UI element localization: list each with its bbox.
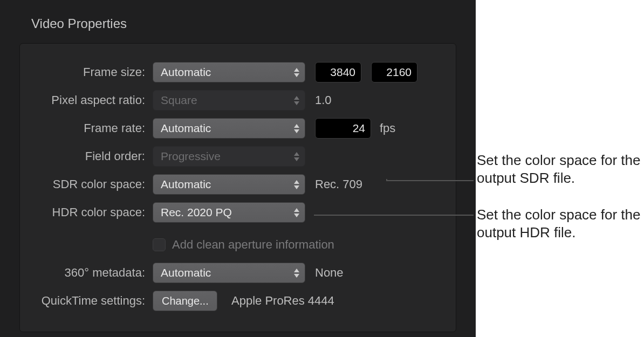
frame-rate-field[interactable]: 24 [315, 118, 371, 139]
stepper-icon [293, 150, 300, 162]
clean-aperture-label: Add clean aperture information [172, 238, 334, 252]
frame-size-popup-value: Automatic [161, 66, 211, 79]
quicktime-change-button[interactable]: Change... [153, 291, 217, 311]
clean-aperture-checkbox[interactable] [153, 238, 166, 251]
sdr-color-space-popup[interactable]: Automatic [153, 174, 305, 195]
hdr-color-space-popup[interactable]: Rec. 2020 PQ [153, 202, 305, 223]
frame-height-value: 2160 [386, 66, 412, 79]
stepper-icon [293, 94, 300, 106]
metadata-360-label: 360° metadata: [31, 266, 153, 280]
pixel-aspect-readout: 1.0 [315, 93, 332, 107]
stepper-icon [293, 66, 300, 78]
pixel-aspect-label: Pixel aspect ratio: [31, 93, 153, 107]
metadata-360-popup-value: Automatic [161, 266, 211, 279]
frame-rate-label: Frame rate: [31, 121, 153, 135]
stepper-icon [293, 122, 300, 134]
stepper-icon [293, 207, 300, 218]
frame-width-value: 3840 [330, 66, 355, 79]
sdr-color-space-popup-value: Automatic [161, 178, 211, 191]
callout-sdr: Set the color space for the output SDR f… [477, 152, 644, 187]
pixel-aspect-popup-value: Square [161, 94, 197, 107]
metadata-360-popup[interactable]: Automatic [153, 263, 305, 283]
frame-rate-unit: fps [380, 121, 395, 135]
sdr-color-space-readout: Rec. 709 [315, 177, 362, 191]
frame-height-field[interactable]: 2160 [371, 62, 417, 82]
quicktime-change-button-label: Change... [162, 295, 209, 307]
pixel-aspect-popup: Square [153, 90, 305, 111]
field-order-popup: Progressive [153, 146, 305, 167]
stepper-icon [293, 267, 300, 279]
stepper-icon [293, 178, 300, 190]
field-order-popup-value: Progressive [161, 150, 221, 163]
row-hdr-color-space: HDR color space: Rec. 2020 PQ [31, 202, 442, 223]
video-properties-group: Frame size: Automatic 3840 2160 Pixel as… [19, 43, 456, 332]
frame-rate-value: 24 [353, 122, 365, 135]
hdr-color-space-label: HDR color space: [31, 205, 153, 219]
section-title-video-properties: Video Properties [31, 16, 476, 31]
sdr-color-space-label: SDR color space: [31, 177, 153, 191]
quicktime-codec-readout: Apple ProRes 4444 [231, 294, 334, 308]
field-order-label: Field order: [31, 149, 153, 163]
row-frame-size: Frame size: Automatic 3840 2160 [31, 62, 442, 82]
row-sdr-color-space: SDR color space: Automatic Rec. 709 [31, 174, 442, 195]
row-field-order: Field order: Progressive [31, 146, 442, 167]
row-pixel-aspect: Pixel aspect ratio: Square 1.0 [31, 90, 442, 111]
callout-hdr: Set the color space for the output HDR f… [477, 206, 644, 241]
metadata-360-readout: None [315, 266, 344, 280]
hdr-color-space-popup-value: Rec. 2020 PQ [161, 206, 232, 219]
frame-rate-popup-value: Automatic [161, 122, 211, 135]
video-properties-panel: Video Properties Frame size: Automatic 3… [0, 0, 476, 337]
frame-size-popup[interactable]: Automatic [153, 62, 305, 82]
frame-width-field[interactable]: 3840 [315, 62, 361, 82]
quicktime-label: QuickTime settings: [31, 294, 153, 308]
frame-rate-popup[interactable]: Automatic [153, 118, 305, 139]
row-clean-aperture: Add clean aperture information [31, 235, 442, 255]
row-360-metadata: 360° metadata: Automatic None [31, 263, 442, 283]
row-frame-rate: Frame rate: Automatic 24 fps [31, 118, 442, 139]
frame-size-label: Frame size: [31, 65, 153, 79]
row-quicktime-settings: QuickTime settings: Change... Apple ProR… [31, 291, 442, 311]
